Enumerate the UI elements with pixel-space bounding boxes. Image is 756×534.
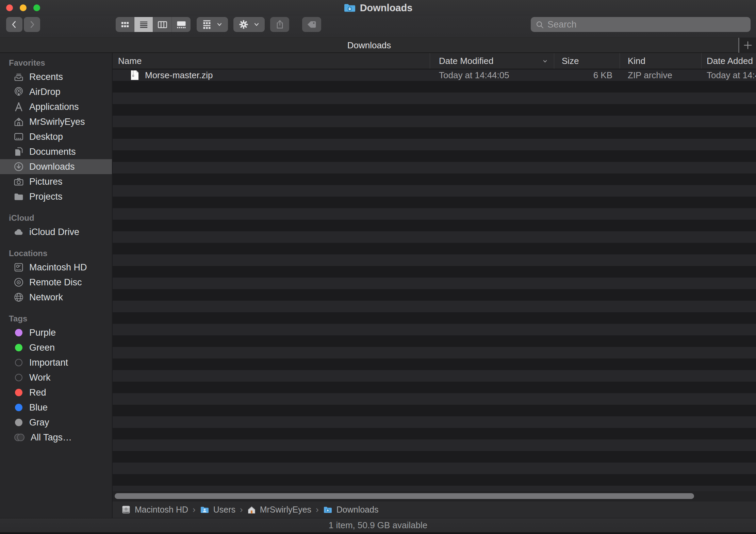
folder-icon [14,191,24,202]
group-button[interactable] [197,17,228,32]
plus-icon [743,40,753,50]
search-field [531,17,751,32]
sidebar-item-pictures[interactable]: Pictures [0,174,112,189]
status-text: 1 item, 50.9 GB available [329,520,428,531]
sidebar-item-documents[interactable]: Documents [0,144,112,159]
green-tag-dot [15,344,22,351]
red-tag-dot [15,389,22,396]
zoom-button[interactable] [33,4,40,11]
window-title: Downloads [0,0,756,16]
view-mode-segmented-control [116,17,191,32]
column-header-date-added[interactable]: Date Added [702,53,756,69]
important-tag-ring [15,359,22,366]
sidebar-item-recents[interactable]: Recents [0,69,112,84]
sidebar-item-tag-purple[interactable]: Purple [0,325,112,340]
status-bar: 1 item, 50.9 GB available [0,518,756,534]
share-button[interactable] [270,17,289,32]
sidebar-item-network[interactable]: Network [0,290,112,305]
recents-icon [14,72,24,82]
documents-icon [14,147,24,157]
home-icon [14,117,24,127]
airdrop-icon [14,87,24,97]
sidebar-item-projects[interactable]: Projects [0,189,112,204]
gray-tag-dot [15,419,22,426]
column-header-size[interactable]: Size [554,53,620,69]
path-item-home[interactable]: MrSwirlyEyes [247,505,311,515]
chevron-down-icon [216,21,223,28]
sidebar-item-all-tags[interactable]: All Tags… [0,430,112,445]
desktop-icon [14,132,24,142]
sidebar-item-tag-green[interactable]: Green [0,340,112,355]
sidebar-item-remote-disc[interactable]: Remote Disc [0,275,112,290]
tab-downloads[interactable]: Downloads [0,38,738,53]
sidebar-item-tag-important[interactable]: Important [0,355,112,370]
tab-bar: Downloads [0,37,756,53]
path-separator: › [316,504,319,515]
sidebar-item-downloads[interactable]: Downloads [0,159,112,174]
home-icon [247,505,256,514]
purple-tag-dot [15,329,22,336]
zip-file-icon [131,70,139,80]
gear-icon [238,19,249,30]
group-icon [202,19,212,30]
column-view-button[interactable] [153,17,172,32]
back-button[interactable] [6,17,22,32]
sidebar-item-tag-blue[interactable]: Blue [0,400,112,415]
sidebar: Favorites Recents AirDrop [0,53,112,518]
toolbar [0,16,756,37]
disc-icon [14,277,24,287]
close-button[interactable] [6,4,13,11]
work-tag-ring [15,374,22,381]
sidebar-section-icloud: iCloud [0,213,112,223]
applications-icon [14,102,24,112]
tag-button[interactable] [302,17,321,32]
path-item-macintosh-hd[interactable]: Macintosh HD [121,505,188,515]
cloud-icon [14,227,24,237]
file-size: 6 KB [554,69,620,81]
traffic-lights [6,4,40,11]
path-item-users[interactable]: Users [200,505,235,515]
file-name: Morse-master.zip [145,70,213,81]
sidebar-item-macintosh-hd[interactable]: Macintosh HD [0,260,112,275]
all-tags-icon [14,434,24,441]
new-tab-button[interactable] [739,38,756,53]
minimize-button[interactable] [20,4,27,11]
file-kind: ZIP archive [620,69,702,81]
forward-button[interactable] [24,17,40,32]
horizontal-scrollbar-track[interactable] [113,491,756,501]
internal-drive-icon [14,262,24,272]
tag-icon [307,20,317,29]
list-view-button[interactable] [134,17,153,32]
column-header-date-modified[interactable]: Date Modified [430,53,554,69]
sidebar-section-favorites: Favorites [0,58,112,68]
title-bar: Downloads [0,0,756,16]
blue-tag-dot [15,404,22,411]
camera-icon [14,177,24,187]
action-button[interactable] [233,17,265,32]
sidebar-item-icloud-drive[interactable]: iCloud Drive [0,224,112,239]
sidebar-item-tag-work[interactable]: Work [0,370,112,385]
path-item-downloads[interactable]: Downloads [323,505,379,515]
sidebar-item-home[interactable]: MrSwirlyEyes [0,114,112,129]
sidebar-item-desktop[interactable]: Desktop [0,129,112,144]
sidebar-item-tag-red[interactable]: Red [0,385,112,400]
column-header-name[interactable]: Name [113,53,430,69]
sidebar-item-airdrop[interactable]: AirDrop [0,84,112,99]
search-icon [536,20,544,29]
horizontal-scrollbar-thumb[interactable] [115,493,694,499]
table-row[interactable]: Morse-master.zip Today at 14:44:05 6 KB … [113,69,756,81]
sidebar-item-tag-gray[interactable]: Gray [0,415,112,430]
downloads-folder-icon [323,506,332,514]
downloads-circle-icon [14,162,24,172]
icon-view-button[interactable] [116,17,134,32]
sidebar-item-applications[interactable]: Applications [0,99,112,114]
gallery-view-button[interactable] [172,17,191,32]
users-folder-icon [200,506,209,514]
path-separator: › [193,504,196,515]
search-input[interactable] [547,19,746,30]
share-icon [275,19,284,30]
list-header: Name Date Modified Size Kind Date Added [113,53,756,69]
path-separator: › [240,504,243,515]
sidebar-section-tags: Tags [0,314,112,324]
column-header-kind[interactable]: Kind [620,53,702,69]
